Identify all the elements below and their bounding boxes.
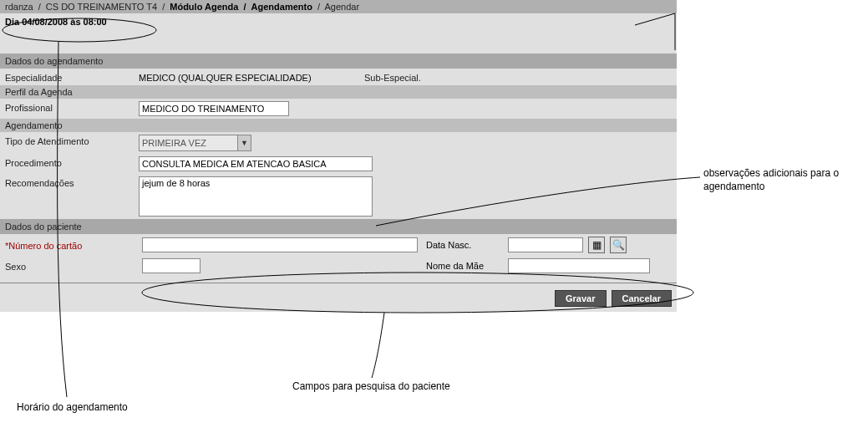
- especialidade-value: MEDICO (QUALQUER ESPECIALIDADE): [139, 71, 364, 83]
- nome-mae-input[interactable]: [508, 258, 650, 273]
- section-header-agendamento: Agendamento: [0, 119, 677, 132]
- data-nasc-label: Data Nasc.: [421, 240, 505, 250]
- profissional-input[interactable]: [139, 101, 289, 116]
- annotation-campos: Campos para pesquisa do paciente: [292, 380, 450, 394]
- annotation-observacoes: observações adicionais para o agendament…: [703, 167, 862, 193]
- annotation-horario: Horário do agendamento: [17, 401, 128, 415]
- sexo-input[interactable]: [142, 258, 201, 273]
- section-header-perfil-agenda: Perfil da Agenda: [0, 85, 677, 99]
- chevron-down-icon: ▼: [237, 135, 251, 150]
- recomendacoes-label: Recomendações: [5, 176, 139, 188]
- breadcrumb-item[interactable]: rdanza: [5, 2, 33, 12]
- breadcrumb-item[interactable]: CS DO TREINAMENTO T4: [46, 2, 157, 12]
- procedimento-input[interactable]: [139, 156, 373, 171]
- tipo-atendimento-value: PRIMEIRA VEZ: [142, 138, 206, 148]
- breadcrumb-item: Agendar: [324, 2, 359, 12]
- gravar-button[interactable]: Gravar: [555, 290, 606, 307]
- breadcrumb-item[interactable]: Agendamento: [251, 2, 312, 12]
- sexo-label: Sexo: [5, 260, 139, 272]
- numero-cartao-label: *Número do cartão: [5, 239, 139, 251]
- calendar-icon[interactable]: ▦: [588, 237, 605, 253]
- procedimento-label: Procedimento: [5, 156, 139, 168]
- nome-mae-label: Nome da Mãe: [421, 261, 505, 271]
- section-header-dados-paciente: Dados do paciente: [0, 219, 677, 234]
- recomendacoes-textarea[interactable]: jejum de 8 horas: [139, 176, 373, 217]
- sub-especial-label: Sub-Especial.: [364, 71, 448, 83]
- data-nasc-input[interactable]: [508, 237, 583, 252]
- especialidade-label: Especialidade: [5, 71, 139, 83]
- schedule-datetime: Dia 04/08/2008 às 08:00: [0, 13, 677, 30]
- cancelar-button[interactable]: Cancelar: [612, 290, 672, 307]
- numero-cartao-input[interactable]: [142, 237, 418, 252]
- breadcrumb: rdanza / CS DO TREINAMENTO T4 / Módulo A…: [0, 0, 677, 13]
- form-panel: rdanza / CS DO TREINAMENTO T4 / Módulo A…: [0, 0, 677, 312]
- action-bar: Gravar Cancelar: [0, 283, 677, 312]
- tipo-atendimento-label: Tipo de Atendimento: [5, 135, 139, 146]
- section-header-dados-agendamento: Dados do agendamento: [0, 54, 677, 69]
- breadcrumb-item[interactable]: Módulo Agenda: [170, 2, 238, 12]
- search-icon[interactable]: 🔍: [610, 237, 627, 253]
- profissional-label: Profissional: [5, 101, 139, 113]
- tipo-atendimento-select[interactable]: PRIMEIRA VEZ ▼: [139, 135, 251, 151]
